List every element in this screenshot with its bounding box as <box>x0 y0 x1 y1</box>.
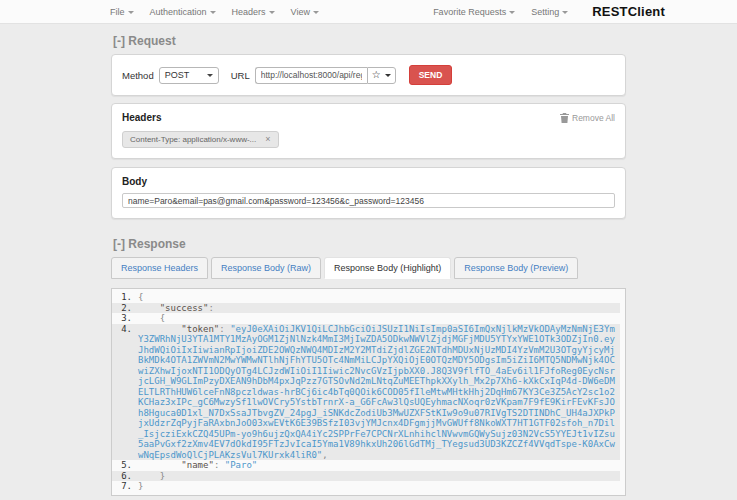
close-icon[interactable]: × <box>265 135 270 144</box>
remove-all-label: Remove All <box>572 113 615 123</box>
code-line-content: "token": "eyJ0eXAiOiJKV1QiLCJhbGciOiJSUz… <box>138 324 620 461</box>
method-select-value: POST <box>165 70 190 80</box>
chevron-down-icon <box>210 11 216 14</box>
headers-title: Headers <box>122 112 161 123</box>
body-title: Body <box>122 176 615 187</box>
code-line-number: 1. <box>112 292 138 303</box>
code-line-number: 5. <box>112 460 138 471</box>
code-line: 2. "success": <box>112 303 620 314</box>
code-line: 6. } <box>112 471 620 482</box>
remove-all-button[interactable]: Remove All <box>560 113 615 123</box>
menu-view-label: View <box>291 7 310 17</box>
top-navbar: File Authentication Headers View Favorit… <box>0 0 737 24</box>
chevron-down-icon <box>128 11 134 14</box>
response-collapse-toggle[interactable]: [-] <box>113 237 125 251</box>
code-line: 3. { <box>112 313 620 324</box>
code-line-number: 4. <box>112 324 138 461</box>
trash-icon <box>560 113 569 123</box>
menu-headers-label: Headers <box>232 7 266 17</box>
tab-response-headers[interactable]: Response Headers <box>111 257 208 279</box>
chevron-down-icon <box>562 11 568 14</box>
code-line-content: "success": <box>138 303 620 314</box>
response-tabs: Response Headers Response Body (Raw) Res… <box>111 257 626 279</box>
chevron-down-icon <box>385 74 391 77</box>
method-label: Method <box>122 70 154 81</box>
code-line-content: { <box>138 292 620 303</box>
header-chip[interactable]: Content-Type: application/x-www-... × <box>122 131 279 148</box>
menu-favorite-requests[interactable]: Favorite Requests <box>433 7 515 17</box>
url-label: URL <box>231 70 250 81</box>
menu-file-label: File <box>110 7 125 17</box>
menu-view[interactable]: View <box>291 7 319 17</box>
headers-panel-head: Headers Remove All <box>122 112 615 123</box>
request-collapse-toggle[interactable]: [-] <box>113 34 125 48</box>
main-container: [-] Request Method POST URL ☆ SEND Heade… <box>111 34 626 496</box>
method-select[interactable]: POST <box>159 67 219 84</box>
menu-headers[interactable]: Headers <box>232 7 275 17</box>
app-logo: RESTClient <box>592 4 665 19</box>
tab-response-body-highlight[interactable]: Response Body (Highlight) <box>324 257 451 279</box>
menu-setting[interactable]: Setting <box>531 7 568 17</box>
header-chip-label: Content-Type: application/x-www-... <box>130 135 256 144</box>
code-line-number: 2. <box>112 303 138 314</box>
body-panel: Body <box>111 167 626 219</box>
url-input[interactable] <box>255 67 367 84</box>
send-button[interactable]: SEND <box>409 65 453 85</box>
right-menus: Favorite Requests Setting RESTClient <box>433 4 665 19</box>
code-line-number: 6. <box>112 471 138 482</box>
tab-response-body-raw[interactable]: Response Body (Raw) <box>211 257 321 279</box>
code-line-content: } <box>138 471 620 482</box>
chevron-down-icon <box>509 11 515 14</box>
code-line-number: 3. <box>112 313 138 324</box>
response-section-title: [-] Response <box>113 237 626 251</box>
tab-response-body-preview[interactable]: Response Body (Preview) <box>454 257 578 279</box>
body-input[interactable] <box>122 193 615 208</box>
code-line-content: } <box>138 481 620 492</box>
favorite-star-icon[interactable]: ☆ <box>372 70 381 80</box>
request-panel: Method POST URL ☆ SEND <box>111 54 626 96</box>
menu-setting-label: Setting <box>531 7 559 17</box>
code-line: 1.{ <box>112 292 620 303</box>
code-line-number: 7. <box>112 481 138 492</box>
chevron-down-icon <box>313 11 319 14</box>
url-input-group: ☆ <box>255 67 396 84</box>
url-history-dropdown[interactable] <box>385 74 391 77</box>
menu-authentication-label: Authentication <box>150 7 207 17</box>
code-line: 4. "token": "eyJ0eXAiOiJKV1QiLCJhbGciOiJ… <box>112 324 620 461</box>
response-title-label: Response <box>128 237 185 251</box>
code-line-content: "name": "Paro" <box>138 460 620 471</box>
menu-authentication[interactable]: Authentication <box>150 7 216 17</box>
request-title-label: Request <box>128 34 175 48</box>
headers-panel: Headers Remove All Content-Type: applica… <box>111 103 626 159</box>
chevron-down-icon <box>269 11 275 14</box>
left-menus: File Authentication Headers View <box>110 7 319 17</box>
menu-favorite-requests-label: Favorite Requests <box>433 7 506 17</box>
url-buttons: ☆ <box>367 67 396 84</box>
code-line: 5. "name": "Paro" <box>112 460 620 471</box>
request-section-title: [-] Request <box>113 34 626 48</box>
code-line: 7.} <box>112 481 620 492</box>
menu-file[interactable]: File <box>110 7 134 17</box>
code-line-content: { <box>138 313 620 324</box>
chevron-down-icon <box>207 74 213 77</box>
response-code: 1.{2. "success":3. {4. "token": "eyJ0eXA… <box>111 288 626 496</box>
